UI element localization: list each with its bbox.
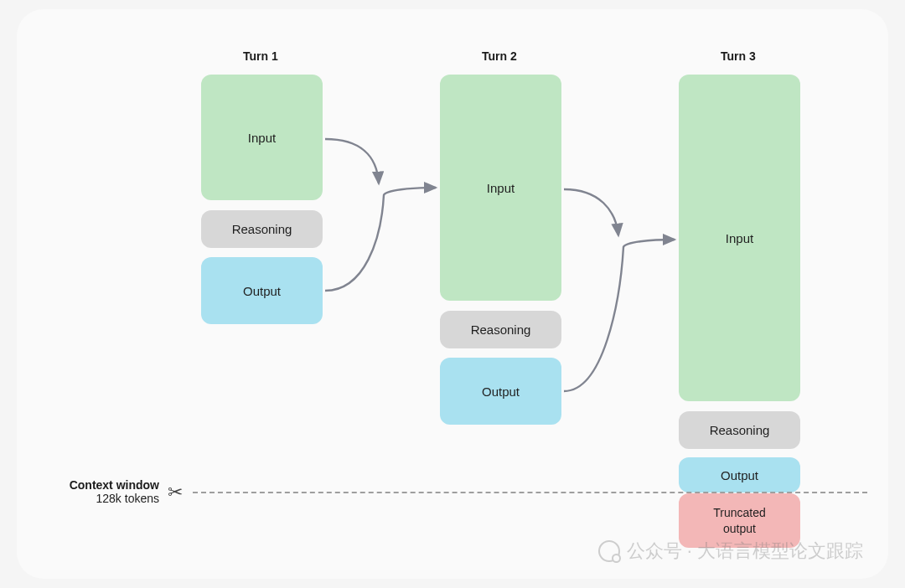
diagram-frame: Turn 1 Turn 2 Turn 3 Input Reasoning Out… xyxy=(17,9,888,579)
turn2-reasoning-block: Reasoning xyxy=(440,311,561,348)
heading-turn-1: Turn 1 xyxy=(243,49,278,63)
scissors-icon: ✂ xyxy=(168,482,183,503)
turn2-input-block: Input xyxy=(440,75,561,301)
turn1-reasoning-block: Reasoning xyxy=(201,210,323,248)
turn3-output-block: Output xyxy=(679,457,800,493)
heading-turn-3: Turn 3 xyxy=(721,49,756,63)
context-window-label: Context window 128k tokens xyxy=(70,478,159,505)
heading-turn-2: Turn 2 xyxy=(482,49,517,63)
arrow-t2-input-to-t3 xyxy=(564,189,618,235)
turn3-input-block: Input xyxy=(679,75,800,401)
turn1-input-block: Input xyxy=(201,75,323,200)
context-window-cut-line xyxy=(193,492,867,493)
arrow-t1-output-to-t2 xyxy=(325,188,436,291)
turn3-reasoning-block: Reasoning xyxy=(679,411,800,449)
watermark: 公众号 · 大语言模型论文跟踪 xyxy=(598,539,863,564)
context-window-subtitle: 128k tokens xyxy=(70,492,159,505)
turn1-output-block: Output xyxy=(201,257,323,324)
wechat-icon xyxy=(598,540,620,562)
context-window-title: Context window xyxy=(70,478,159,492)
arrow-t1-input-to-t2 xyxy=(325,139,379,183)
watermark-text: 公众号 · 大语言模型论文跟踪 xyxy=(627,539,863,564)
arrow-t2-output-to-t3 xyxy=(564,240,675,391)
turn2-output-block: Output xyxy=(440,358,561,425)
